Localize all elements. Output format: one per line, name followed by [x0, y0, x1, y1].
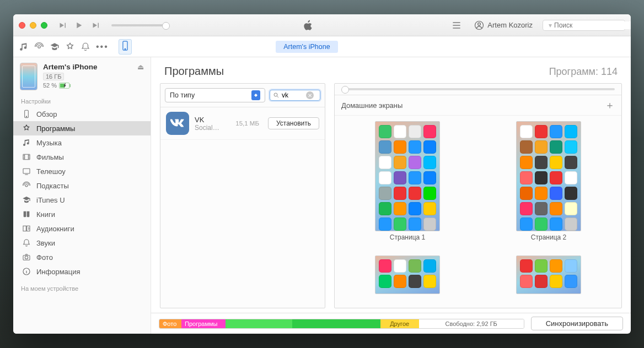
app-icon[interactable]	[379, 125, 391, 138]
app-icon[interactable]	[520, 275, 533, 288]
volume-slider[interactable]	[111, 24, 167, 26]
device-tab[interactable]	[119, 39, 132, 55]
more-tabs[interactable]: •••	[96, 42, 109, 52]
app-icon[interactable]	[379, 171, 391, 184]
sidebar-item-audiobooks[interactable]: Аудиокниги	[13, 221, 151, 236]
tones-tab-icon[interactable]	[80, 42, 90, 52]
apps-search-input[interactable]	[282, 91, 304, 99]
sidebar-item-apps[interactable]: Программы	[13, 121, 151, 135]
global-search[interactable]: ▾	[543, 20, 625, 31]
minimize-window[interactable]	[30, 22, 36, 29]
app-icon[interactable]	[409, 187, 421, 200]
global-search-input[interactable]	[554, 21, 631, 29]
app-icon[interactable]	[423, 171, 436, 184]
app-icon[interactable]	[535, 140, 548, 154]
apps-tab-icon[interactable]	[65, 42, 75, 52]
app-icon[interactable]	[394, 218, 406, 231]
app-icon[interactable]	[565, 125, 577, 138]
sync-button[interactable]: Синхронизировать	[531, 317, 623, 330]
app-icon[interactable]	[394, 156, 406, 169]
podcasts-tab-icon[interactable]	[34, 42, 44, 52]
app-icon[interactable]	[423, 156, 436, 169]
app-icon[interactable]	[565, 275, 577, 288]
sidebar-item-tones[interactable]: Звуки	[13, 236, 151, 250]
app-icon[interactable]	[423, 140, 436, 154]
app-icon[interactable]	[520, 156, 533, 169]
list-view-icon[interactable]	[449, 20, 464, 31]
app-icon[interactable]	[409, 202, 421, 215]
app-icon[interactable]	[550, 171, 562, 184]
app-icon[interactable]	[379, 275, 391, 288]
sort-select[interactable]: По типу	[165, 88, 265, 102]
app-icon[interactable]	[394, 187, 406, 200]
app-icon[interactable]	[409, 218, 421, 231]
app-icon[interactable]	[423, 259, 436, 273]
sidebar-item-itunesu[interactable]: iTunes U	[13, 193, 151, 207]
app-icon[interactable]	[379, 218, 391, 231]
app-icon[interactable]	[423, 218, 436, 231]
app-icon[interactable]	[565, 218, 577, 231]
app-icon[interactable]	[535, 171, 548, 184]
app-icon[interactable]	[535, 259, 548, 273]
app-icon[interactable]	[565, 156, 577, 169]
home-screen-page-4[interactable]	[516, 255, 581, 294]
app-icon[interactable]	[409, 259, 421, 273]
apps-search[interactable]: ✕	[270, 90, 320, 101]
app-icon[interactable]	[423, 125, 436, 138]
app-icon[interactable]	[379, 140, 391, 154]
music-tab-icon[interactable]	[19, 42, 29, 52]
app-icon[interactable]	[550, 140, 562, 154]
play-icon[interactable]	[74, 20, 84, 30]
app-icon[interactable]	[409, 140, 421, 154]
app-icon[interactable]	[565, 202, 577, 215]
app-icon[interactable]	[394, 125, 406, 138]
app-icon[interactable]	[394, 275, 406, 288]
sidebar-item-photos[interactable]: Фото	[13, 250, 151, 264]
app-icon[interactable]	[550, 156, 562, 169]
home-screen-page-3[interactable]	[375, 255, 440, 294]
app-icon[interactable]	[535, 125, 548, 138]
app-icon[interactable]	[520, 259, 533, 273]
sidebar-item-podcasts[interactable]: Подкасты	[13, 178, 151, 193]
app-icon[interactable]	[520, 125, 533, 138]
app-icon[interactable]	[409, 275, 421, 288]
app-row[interactable]: VK Social… 15,1 МБ Установить	[160, 107, 325, 140]
app-icon[interactable]	[379, 202, 391, 215]
app-icon[interactable]	[550, 259, 562, 273]
app-icon[interactable]	[379, 156, 391, 169]
eject-icon[interactable]: ⏏	[137, 63, 144, 71]
sidebar-item-tvshows[interactable]: Телешоу	[13, 164, 151, 178]
app-icon[interactable]	[565, 140, 577, 154]
install-button[interactable]: Установить	[268, 117, 319, 129]
app-icon[interactable]	[550, 202, 562, 215]
app-icon[interactable]	[520, 171, 533, 184]
app-icon[interactable]	[409, 156, 421, 169]
device-name-pill[interactable]: Artem's iPhone	[276, 41, 337, 53]
app-icon[interactable]	[409, 171, 421, 184]
app-icon[interactable]	[550, 275, 562, 288]
next-track-icon[interactable]	[90, 20, 100, 30]
app-icon[interactable]	[379, 187, 391, 200]
app-icon[interactable]	[550, 125, 562, 138]
app-icon[interactable]	[550, 218, 562, 231]
sidebar-item-movies[interactable]: Фильмы	[13, 150, 151, 164]
sidebar-item-overview[interactable]: Обзор	[13, 107, 151, 121]
app-icon[interactable]	[409, 125, 421, 138]
add-page-icon[interactable]: ＋	[605, 99, 615, 112]
account-menu[interactable]: Artem Kozoriz	[469, 20, 538, 30]
app-icon[interactable]	[535, 202, 548, 215]
itunesu-tab-icon[interactable]	[50, 42, 60, 52]
app-icon[interactable]	[423, 202, 436, 215]
app-icon[interactable]	[520, 187, 533, 200]
sidebar-item-music[interactable]: Музыка	[13, 135, 151, 150]
app-icon[interactable]	[394, 171, 406, 184]
close-window[interactable]	[19, 22, 25, 29]
app-icon[interactable]	[520, 140, 533, 154]
app-icon[interactable]	[550, 187, 562, 200]
app-icon[interactable]	[535, 275, 548, 288]
app-icon[interactable]	[565, 259, 577, 273]
app-icon[interactable]	[423, 275, 436, 288]
app-icon[interactable]	[565, 187, 577, 200]
prev-track-icon[interactable]	[57, 20, 67, 30]
home-screen-page-1[interactable]	[375, 121, 440, 231]
